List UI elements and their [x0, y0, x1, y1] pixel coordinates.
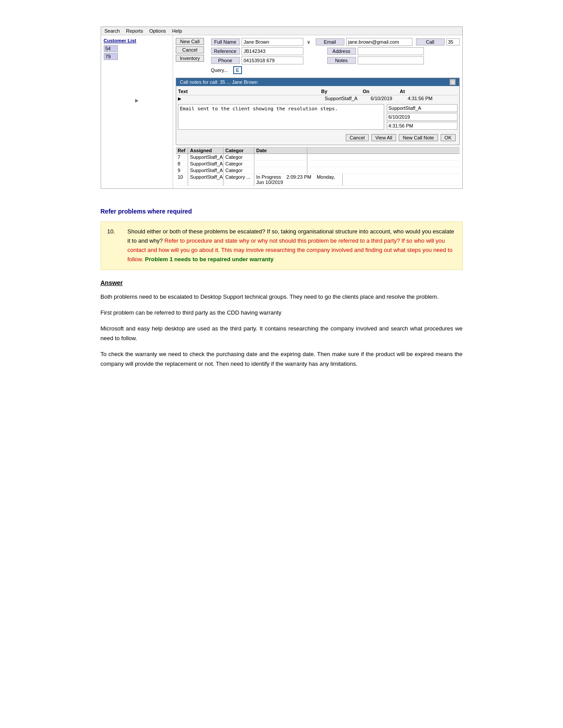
question-number: 10. — [107, 227, 121, 264]
row-on: 6/10/2019 — [370, 96, 406, 101]
modal-body: Text By On At ▶ SupportStaff_A 6/10/2019… — [176, 86, 459, 145]
row-ref: 7 — [176, 154, 188, 160]
notes-input[interactable] — [358, 56, 424, 64]
form-row-phone: Phone Notes — [211, 56, 460, 64]
bottom-table-header: Ref Assigned Categor Date — [176, 147, 459, 154]
left-panel: Customer List 54 79 ▶ — [101, 35, 174, 188]
modal-header: Call notes for call: 35 ... Jane Brown ✕ — [176, 78, 459, 86]
cancel-button[interactable]: Cancel — [176, 46, 204, 53]
row-expand[interactable]: ▶ — [178, 96, 184, 101]
row-ref: 10 — [176, 174, 188, 185]
bottom-table: Ref Assigned Categor Date 7 SupportStaff… — [176, 147, 459, 186]
menu-bar: Search Reports Options Help — [101, 27, 462, 35]
modal-table-header: Text By On At — [178, 88, 457, 95]
email-label: Email — [316, 38, 344, 45]
new-call-button[interactable]: New Call — [176, 38, 204, 45]
email-input[interactable] — [346, 38, 412, 46]
call-label: Call — [416, 38, 445, 45]
modal-new-call-note-button[interactable]: New Call Note — [399, 134, 438, 141]
menu-options[interactable]: Options — [149, 28, 166, 34]
answer-para-3: Microsoft and easy help desktop are used… — [101, 324, 463, 343]
modal-ok-button[interactable]: OK — [441, 134, 456, 141]
crm-body: Customer List 54 79 ▶ New Call Cancel In… — [101, 35, 462, 188]
e-box[interactable]: E — [233, 66, 242, 74]
inventory-row: Query... E — [211, 66, 460, 74]
col-on-header: On — [363, 89, 398, 94]
note-textarea[interactable]: Email sent to the client showing the res… — [178, 104, 384, 130]
section-heading: Refer problems where required — [101, 206, 463, 216]
full-name-input[interactable] — [242, 38, 303, 46]
row-ref: 8 — [176, 161, 188, 167]
row-category: Categor — [223, 154, 254, 160]
address-input[interactable] — [358, 47, 424, 55]
modal-footer: Cancel View All New Call Note OK — [178, 132, 457, 143]
col-date-header: Date — [254, 147, 307, 154]
query-label: Query... — [211, 68, 228, 73]
call-notes-modal: Call notes for call: 35 ... Jane Brown ✕… — [176, 78, 459, 145]
note-by-field[interactable] — [387, 104, 457, 112]
col-at-header: At — [400, 89, 435, 94]
phone-input[interactable] — [242, 56, 303, 64]
doc-content: Refer problems where required 10. Should… — [101, 206, 463, 369]
row-date: In Progress 2:09:23 PM Monday, Jun 10/20… — [254, 174, 343, 185]
row-assigned: SupportStaff_A — [188, 167, 223, 173]
modal-text-area: Email sent to the client showing the res… — [178, 104, 457, 130]
table-row[interactable]: 8 SupportStaff_A Categor — [176, 161, 459, 167]
form-area: Full Name ∨ Email Call Reference Address — [211, 38, 460, 75]
col-text-header: Text — [178, 89, 319, 94]
question-block: 10. Should either or both of these probl… — [101, 221, 463, 270]
row-by: SupportStaff_A — [325, 96, 369, 101]
menu-search[interactable]: Search — [105, 28, 120, 34]
col-by-header: By — [321, 89, 361, 94]
menu-help[interactable]: Help — [172, 28, 182, 34]
table-row[interactable]: 10 SupportStaff_A Category ... In Progre… — [176, 174, 459, 186]
call-input[interactable] — [446, 38, 460, 45]
answer-heading: Answer — [101, 278, 463, 288]
row-date — [254, 154, 307, 160]
answer-para-1: Both problems need to be escalated to De… — [101, 292, 463, 302]
address-label: Address — [327, 48, 356, 55]
table-row[interactable]: 9 SupportStaff_A Categor — [176, 167, 459, 174]
right-panel: New Call Cancel Inventory Full Name ∨ Em… — [173, 35, 462, 188]
modal-cancel-button[interactable]: Cancel — [346, 134, 369, 141]
form-row-reference: Reference Address — [211, 47, 460, 55]
table-row[interactable]: 7 SupportStaff_A Categor — [176, 154, 459, 161]
col-ref-header: Ref — [176, 147, 188, 154]
modal-close-button[interactable]: ✕ — [450, 79, 456, 85]
phone-label: Phone — [211, 57, 240, 64]
customer-list-label: Customer List — [104, 38, 170, 43]
question-text: Should either or both of these problems … — [128, 227, 456, 264]
action-buttons: New Call Cancel Inventory — [176, 38, 204, 75]
dropdown-arrow: ∨ — [307, 39, 310, 45]
inventory-button[interactable]: Inventory — [176, 55, 204, 62]
modal-view-all-button[interactable]: View All — [371, 134, 396, 141]
form-row-name: Full Name ∨ Email Call — [211, 38, 460, 46]
row-category: Categor — [223, 167, 254, 173]
modal-title: Call notes for call: 35 ... Jane Brown — [180, 79, 257, 85]
note-right-fields — [387, 104, 457, 130]
reference-input[interactable] — [242, 47, 303, 55]
note-date-field[interactable] — [387, 113, 457, 121]
reference-label: Reference — [211, 48, 240, 55]
row-at: 4:31:56 PM — [408, 96, 443, 101]
row-assigned: SupportStaff_A — [188, 174, 223, 185]
col-assigned-header: Assigned — [188, 147, 223, 154]
row-assigned: SupportStaff_A — [188, 161, 223, 167]
row-assigned: SupportStaff_A — [188, 154, 223, 160]
customer-id-54[interactable]: 54 — [104, 45, 118, 52]
answer-para-4: To check the warranty we need to check t… — [101, 349, 463, 369]
note-time-field[interactable] — [387, 122, 457, 130]
modal-table-row: ▶ SupportStaff_A 6/10/2019 4:31:56 PM — [178, 95, 457, 101]
full-name-label: Full Name — [211, 38, 240, 45]
row-ref: 9 — [176, 167, 188, 173]
customer-ids: 54 79 — [104, 45, 170, 60]
row-date — [254, 161, 307, 167]
question-green: Problem 1 needs to be repaired under war… — [145, 256, 273, 263]
notes-label: Notes — [327, 57, 356, 64]
menu-reports[interactable]: Reports — [126, 28, 143, 34]
crm-window: Search Reports Options Help Customer Lis… — [101, 26, 463, 189]
row-category: Categor — [223, 161, 254, 167]
answer-para-2: First problem can be referred to third p… — [101, 308, 463, 318]
col-category-header: Categor — [223, 147, 254, 154]
customer-id-79[interactable]: 79 — [104, 53, 118, 60]
